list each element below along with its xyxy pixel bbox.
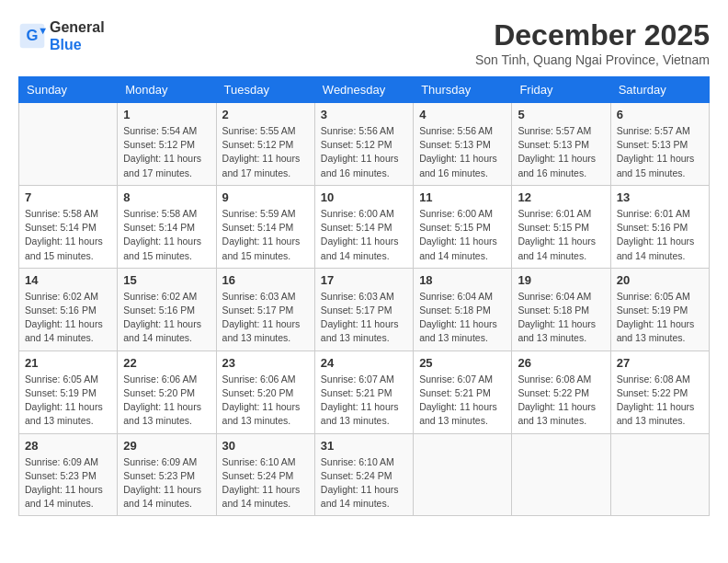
day-number: 31	[321, 439, 407, 453]
day-number: 5	[518, 108, 604, 121]
day-info: Sunrise: 6:10 AM Sunset: 5:24 PM Dayligh…	[321, 455, 407, 511]
calendar-cell: 17Sunrise: 6:03 AM Sunset: 5:17 PM Dayli…	[314, 268, 413, 350]
day-number: 7	[25, 190, 111, 204]
calendar-week-row: 7Sunrise: 5:58 AM Sunset: 5:14 PM Daylig…	[19, 185, 710, 268]
day-info: Sunrise: 5:58 AM Sunset: 5:14 PM Dayligh…	[25, 207, 111, 263]
weekday-header-monday: Monday	[118, 77, 216, 103]
calendar-cell	[610, 433, 709, 516]
calendar-week-row: 28Sunrise: 6:09 AM Sunset: 5:23 PM Dayli…	[19, 433, 710, 516]
calendar-week-row: 21Sunrise: 6:05 AM Sunset: 5:19 PM Dayli…	[19, 350, 710, 433]
day-number: 11	[419, 190, 506, 204]
day-info: Sunrise: 6:04 AM Sunset: 5:18 PM Dayligh…	[419, 290, 506, 346]
calendar-cell: 8Sunrise: 5:58 AM Sunset: 5:14 PM Daylig…	[118, 185, 216, 268]
day-info: Sunrise: 5:56 AM Sunset: 5:13 PM Dayligh…	[419, 124, 506, 180]
day-info: Sunrise: 5:58 AM Sunset: 5:14 PM Dayligh…	[123, 207, 210, 263]
day-info: Sunrise: 6:03 AM Sunset: 5:17 PM Dayligh…	[321, 290, 407, 346]
calendar-cell: 21Sunrise: 6:05 AM Sunset: 5:19 PM Dayli…	[19, 350, 118, 433]
day-number: 25	[419, 356, 506, 370]
day-number: 14	[25, 273, 111, 287]
calendar-cell: 30Sunrise: 6:10 AM Sunset: 5:24 PM Dayli…	[216, 433, 314, 516]
day-info: Sunrise: 6:00 AM Sunset: 5:15 PM Dayligh…	[419, 207, 506, 263]
day-number: 26	[518, 356, 604, 370]
day-number: 10	[321, 190, 407, 204]
day-info: Sunrise: 6:00 AM Sunset: 5:14 PM Dayligh…	[321, 207, 407, 263]
day-info: Sunrise: 6:04 AM Sunset: 5:18 PM Dayligh…	[518, 290, 604, 346]
day-number: 18	[419, 273, 506, 287]
page-header: G General Blue December 2025 Son Tinh, Q…	[18, 18, 710, 67]
day-number: 12	[518, 190, 604, 204]
day-info: Sunrise: 6:03 AM Sunset: 5:17 PM Dayligh…	[222, 290, 309, 346]
calendar-cell: 12Sunrise: 6:01 AM Sunset: 5:15 PM Dayli…	[512, 185, 610, 268]
calendar-cell: 23Sunrise: 6:06 AM Sunset: 5:20 PM Dayli…	[216, 350, 314, 433]
calendar-cell	[19, 103, 118, 186]
calendar-cell: 19Sunrise: 6:04 AM Sunset: 5:18 PM Dayli…	[512, 268, 610, 350]
day-number: 21	[25, 356, 111, 370]
day-number: 1	[123, 108, 210, 121]
logo-general-text: General	[50, 19, 105, 35]
day-number: 24	[321, 356, 407, 370]
calendar-cell: 10Sunrise: 6:00 AM Sunset: 5:14 PM Dayli…	[314, 185, 413, 268]
day-number: 27	[617, 356, 703, 370]
day-number: 22	[123, 356, 210, 370]
day-info: Sunrise: 5:54 AM Sunset: 5:12 PM Dayligh…	[123, 124, 210, 180]
day-number: 9	[222, 190, 309, 204]
logo-icon: G	[18, 22, 46, 50]
calendar-cell: 22Sunrise: 6:06 AM Sunset: 5:20 PM Dayli…	[118, 350, 216, 433]
calendar-body: 1Sunrise: 5:54 AM Sunset: 5:12 PM Daylig…	[19, 103, 710, 516]
day-number: 6	[617, 108, 703, 121]
day-info: Sunrise: 6:07 AM Sunset: 5:21 PM Dayligh…	[321, 373, 407, 429]
weekday-header-saturday: Saturday	[610, 77, 709, 103]
day-info: Sunrise: 5:56 AM Sunset: 5:12 PM Dayligh…	[321, 124, 407, 180]
calendar-header: SundayMondayTuesdayWednesdayThursdayFrid…	[19, 77, 710, 103]
day-info: Sunrise: 5:57 AM Sunset: 5:13 PM Dayligh…	[617, 124, 703, 180]
calendar-week-row: 1Sunrise: 5:54 AM Sunset: 5:12 PM Daylig…	[19, 103, 710, 186]
calendar-table: SundayMondayTuesdayWednesdayThursdayFrid…	[18, 76, 710, 516]
calendar-cell: 5Sunrise: 5:57 AM Sunset: 5:13 PM Daylig…	[512, 103, 610, 186]
weekday-header-friday: Friday	[512, 77, 610, 103]
day-info: Sunrise: 6:08 AM Sunset: 5:22 PM Dayligh…	[617, 373, 703, 429]
day-number: 20	[617, 273, 703, 287]
day-info: Sunrise: 6:06 AM Sunset: 5:20 PM Dayligh…	[222, 373, 309, 429]
calendar-cell: 9Sunrise: 5:59 AM Sunset: 5:14 PM Daylig…	[216, 185, 314, 268]
logo: G General Blue	[18, 18, 105, 53]
day-number: 2	[222, 108, 309, 121]
day-info: Sunrise: 5:57 AM Sunset: 5:13 PM Dayligh…	[518, 124, 604, 180]
calendar-cell: 29Sunrise: 6:09 AM Sunset: 5:23 PM Dayli…	[118, 433, 216, 516]
svg-text:G: G	[27, 27, 39, 44]
calendar-cell	[414, 433, 512, 516]
day-info: Sunrise: 6:09 AM Sunset: 5:23 PM Dayligh…	[25, 455, 111, 511]
day-info: Sunrise: 6:02 AM Sunset: 5:16 PM Dayligh…	[123, 290, 210, 346]
day-number: 15	[123, 273, 210, 287]
day-info: Sunrise: 6:01 AM Sunset: 5:16 PM Dayligh…	[617, 207, 703, 263]
day-info: Sunrise: 6:07 AM Sunset: 5:21 PM Dayligh…	[419, 373, 506, 429]
day-number: 17	[321, 273, 407, 287]
day-info: Sunrise: 6:02 AM Sunset: 5:16 PM Dayligh…	[25, 290, 111, 346]
calendar-cell: 7Sunrise: 5:58 AM Sunset: 5:14 PM Daylig…	[19, 185, 118, 268]
weekday-header-row: SundayMondayTuesdayWednesdayThursdayFrid…	[19, 77, 710, 103]
day-info: Sunrise: 6:05 AM Sunset: 5:19 PM Dayligh…	[25, 373, 111, 429]
calendar-cell: 1Sunrise: 5:54 AM Sunset: 5:12 PM Daylig…	[118, 103, 216, 186]
weekday-header-sunday: Sunday	[19, 77, 118, 103]
title-block: December 2025 Son Tinh, Quang Ngai Provi…	[475, 18, 710, 67]
calendar-cell: 15Sunrise: 6:02 AM Sunset: 5:16 PM Dayli…	[118, 268, 216, 350]
day-number: 23	[222, 356, 309, 370]
day-info: Sunrise: 5:55 AM Sunset: 5:12 PM Dayligh…	[222, 124, 309, 180]
day-number: 29	[123, 439, 210, 453]
calendar-cell	[512, 433, 610, 516]
day-info: Sunrise: 6:01 AM Sunset: 5:15 PM Dayligh…	[518, 207, 604, 263]
month-title: December 2025	[475, 18, 710, 52]
calendar-cell: 25Sunrise: 6:07 AM Sunset: 5:21 PM Dayli…	[414, 350, 512, 433]
day-number: 4	[419, 108, 506, 121]
calendar-cell: 18Sunrise: 6:04 AM Sunset: 5:18 PM Dayli…	[414, 268, 512, 350]
calendar-cell: 26Sunrise: 6:08 AM Sunset: 5:22 PM Dayli…	[512, 350, 610, 433]
day-number: 3	[321, 108, 407, 121]
day-number: 13	[617, 190, 703, 204]
calendar-cell: 2Sunrise: 5:55 AM Sunset: 5:12 PM Daylig…	[216, 103, 314, 186]
day-info: Sunrise: 5:59 AM Sunset: 5:14 PM Dayligh…	[222, 207, 309, 263]
day-info: Sunrise: 6:09 AM Sunset: 5:23 PM Dayligh…	[123, 455, 210, 511]
weekday-header-thursday: Thursday	[414, 77, 512, 103]
weekday-header-tuesday: Tuesday	[216, 77, 314, 103]
day-number: 28	[25, 439, 111, 453]
calendar-cell: 31Sunrise: 6:10 AM Sunset: 5:24 PM Dayli…	[314, 433, 413, 516]
day-number: 8	[123, 190, 210, 204]
